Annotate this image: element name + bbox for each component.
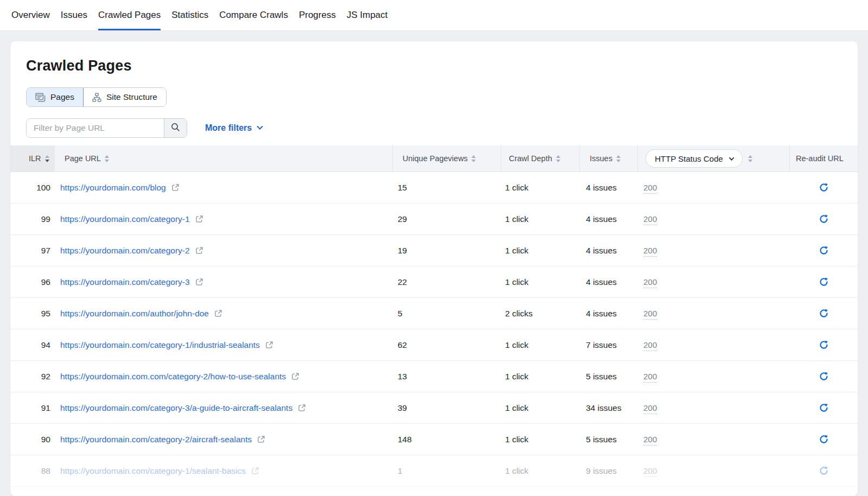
cell-re-audit bbox=[789, 214, 858, 224]
page-url-link[interactable]: https://yourdomain.com/category-1 bbox=[60, 214, 190, 224]
cell-page-url: https://yourdomain.com/category-2/aircra… bbox=[55, 435, 392, 444]
http-status-value[interactable]: 200 bbox=[643, 466, 657, 477]
tab-issues[interactable]: Issues bbox=[61, 0, 87, 30]
ilr-value: 94 bbox=[41, 340, 50, 349]
view-toggle: Pages Site Structure bbox=[26, 87, 167, 107]
http-status-value[interactable]: 200 bbox=[643, 246, 657, 257]
external-link-icon[interactable] bbox=[214, 309, 222, 317]
sort-arrows-icon bbox=[471, 155, 476, 162]
crawled-pages-table: ILR Page URL Unique Pageviews Crawl Dept… bbox=[10, 145, 858, 487]
ilr-value: 97 bbox=[41, 246, 50, 255]
http-status-value[interactable]: 200 bbox=[643, 309, 657, 320]
table-row: 100 https://yourdomain.com/blog 15 1 cli… bbox=[10, 172, 858, 204]
cell-unique-pageviews: 5 bbox=[392, 309, 501, 319]
page-url-link[interactable]: https://yourdomain.com/category-3/a-guid… bbox=[60, 403, 292, 413]
page-url-link[interactable]: https://yourdomain.com/author/john-doe bbox=[60, 309, 209, 319]
more-filters-button[interactable]: More filters bbox=[205, 123, 262, 133]
page-url-link[interactable]: https://yourdomain.com/category-2/aircra… bbox=[60, 435, 252, 444]
cell-issues[interactable]: 34 issues bbox=[579, 403, 637, 413]
nav-tab-label: Overview bbox=[11, 10, 50, 21]
tab-statistics[interactable]: Statistics bbox=[171, 0, 208, 30]
page-url-link[interactable]: https://yourdomain.com.com/category-2/ho… bbox=[60, 372, 286, 381]
tab-js-impact[interactable]: JS Impact bbox=[347, 0, 388, 30]
http-status-code-dropdown-label: HTTP Status Code bbox=[655, 154, 723, 163]
cell-http-status: 200 bbox=[637, 403, 789, 413]
external-link-icon[interactable] bbox=[298, 404, 306, 412]
page-url-link[interactable]: https://yourdomain.com/category-1/sealan… bbox=[60, 466, 246, 476]
cell-issues[interactable]: 4 issues bbox=[579, 183, 637, 193]
refresh-icon[interactable] bbox=[819, 245, 829, 256]
http-status-value[interactable]: 200 bbox=[643, 277, 657, 288]
cell-issues[interactable]: 4 issues bbox=[579, 309, 637, 319]
tab-compare-crawls[interactable]: Compare Crawls bbox=[219, 0, 288, 30]
toggle-pages[interactable]: Pages bbox=[27, 88, 84, 106]
cell-crawl-depth: 1 click bbox=[501, 183, 579, 193]
http-status-code-filter-dropdown[interactable]: HTTP Status Code bbox=[646, 149, 743, 168]
cell-http-status: 200 bbox=[637, 466, 789, 476]
column-header-unique-pageviews[interactable]: Unique Pageviews bbox=[392, 145, 501, 171]
cell-crawl-depth: 1 click bbox=[501, 403, 579, 413]
http-status-value[interactable]: 200 bbox=[643, 214, 657, 225]
refresh-icon[interactable] bbox=[819, 340, 829, 350]
cell-issues[interactable]: 5 issues bbox=[579, 435, 637, 444]
refresh-icon[interactable] bbox=[819, 308, 829, 319]
http-status-value[interactable]: 200 bbox=[643, 340, 657, 351]
ilr-value: 90 bbox=[41, 435, 50, 444]
page-url-link[interactable]: https://yourdomain.com/category-1/indust… bbox=[60, 340, 260, 350]
external-link-icon[interactable] bbox=[195, 278, 203, 286]
cell-unique-pageviews: 13 bbox=[392, 372, 501, 381]
refresh-icon[interactable] bbox=[819, 371, 829, 381]
cell-page-url: https://yourdomain.com.com/category-2/ho… bbox=[55, 372, 392, 381]
tab-progress[interactable]: Progress bbox=[299, 0, 336, 30]
cell-page-url: https://yourdomain.com/author/john-doe bbox=[55, 309, 392, 319]
refresh-icon[interactable] bbox=[819, 434, 829, 444]
column-header-ilr[interactable]: ILR bbox=[10, 145, 55, 171]
cell-unique-pageviews: 15 bbox=[392, 183, 501, 193]
external-link-icon[interactable] bbox=[171, 183, 180, 192]
page-url-link[interactable]: https://yourdomain.com/category-3 bbox=[60, 277, 190, 287]
page-url-link[interactable]: https://yourdomain.com/category-2 bbox=[60, 246, 190, 256]
cell-issues[interactable]: 4 issues bbox=[579, 277, 637, 287]
cell-re-audit bbox=[789, 308, 858, 319]
url-filter-input[interactable] bbox=[27, 119, 164, 137]
external-link-icon[interactable] bbox=[195, 215, 203, 223]
column-header-http-status-code: HTTP Status Code bbox=[637, 145, 789, 171]
cell-issues[interactable]: 4 issues bbox=[579, 214, 637, 224]
http-status-value[interactable]: 200 bbox=[643, 372, 657, 383]
cell-crawl-depth: 1 click bbox=[501, 435, 579, 444]
refresh-icon[interactable] bbox=[819, 214, 829, 224]
cell-issues[interactable]: 9 issues bbox=[579, 466, 637, 476]
http-status-value[interactable]: 200 bbox=[643, 403, 657, 414]
toggle-site-structure[interactable]: Site Structure bbox=[84, 88, 166, 106]
table-row: 92 https://yourdomain.com.com/category-2… bbox=[10, 361, 858, 392]
column-header-issues[interactable]: Issues bbox=[579, 145, 637, 171]
http-status-value[interactable]: 200 bbox=[643, 435, 657, 446]
cell-http-status: 200 bbox=[637, 340, 789, 350]
sort-arrows-icon[interactable] bbox=[748, 155, 752, 162]
http-status-value[interactable]: 200 bbox=[643, 183, 657, 194]
table-row: 96 https://yourdomain.com/category-3 22 … bbox=[10, 266, 858, 298]
external-link-icon[interactable] bbox=[251, 467, 259, 475]
column-header-page-url[interactable]: Page URL bbox=[55, 145, 392, 171]
external-link-icon[interactable] bbox=[265, 341, 273, 349]
cell-issues[interactable]: 7 issues bbox=[579, 340, 637, 350]
external-link-icon[interactable] bbox=[195, 246, 203, 255]
cell-issues[interactable]: 4 issues bbox=[579, 246, 637, 256]
refresh-icon[interactable] bbox=[819, 277, 829, 287]
nav-tab-label: Crawled Pages bbox=[98, 10, 161, 21]
tab-overview[interactable]: Overview bbox=[11, 0, 50, 30]
refresh-icon[interactable] bbox=[819, 403, 829, 413]
table-row: 88 https://yourdomain.com/category-1/sea… bbox=[10, 455, 858, 487]
external-link-icon[interactable] bbox=[257, 435, 265, 443]
refresh-icon[interactable] bbox=[819, 466, 829, 476]
tab-crawled-pages[interactable]: Crawled Pages bbox=[98, 0, 161, 30]
cell-issues[interactable]: 5 issues bbox=[579, 372, 637, 381]
column-header-crawl-depth[interactable]: Crawl Depth bbox=[501, 145, 579, 171]
refresh-icon[interactable] bbox=[819, 182, 829, 193]
search-button[interactable] bbox=[164, 119, 187, 137]
table-row: 90 https://yourdomain.com/category-2/air… bbox=[10, 424, 858, 455]
page-url-link[interactable]: https://yourdomain.com/blog bbox=[60, 183, 166, 193]
more-filters-label: More filters bbox=[205, 123, 252, 133]
external-link-icon[interactable] bbox=[291, 372, 299, 380]
sort-arrows-icon bbox=[556, 155, 560, 162]
